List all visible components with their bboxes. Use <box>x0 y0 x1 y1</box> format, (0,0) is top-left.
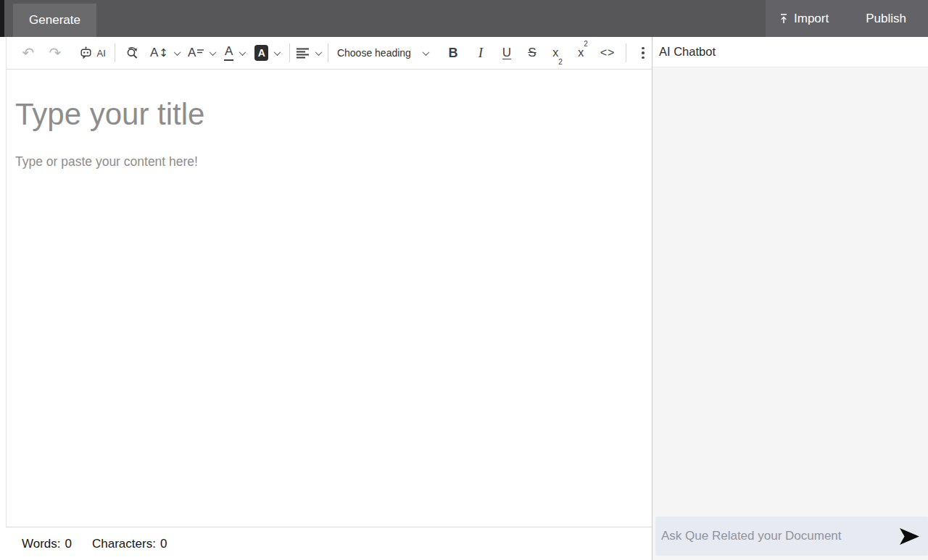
ai-chatbot-panel: AI Chatbot <box>652 37 928 560</box>
redo-icon: ↷ <box>49 46 62 60</box>
publish-button[interactable]: Publish <box>866 12 906 26</box>
superscript-base: x <box>578 46 584 59</box>
font-family-button[interactable]: A <box>188 41 215 64</box>
alignment-button[interactable] <box>297 41 320 64</box>
font-family-lines <box>197 49 204 57</box>
chevron-down-icon <box>173 49 181 56</box>
title-placeholder[interactable]: Type your title <box>15 96 637 133</box>
heading-dropdown[interactable]: Choose heading <box>337 47 428 59</box>
upload-icon <box>779 13 789 25</box>
chevron-down-icon <box>315 49 323 56</box>
find-replace-button[interactable] <box>124 41 141 64</box>
toolbar-divider <box>626 43 626 62</box>
font-color-button[interactable]: A <box>225 41 244 64</box>
import-button[interactable]: Import <box>779 12 829 26</box>
find-replace-icon <box>125 45 141 61</box>
font-size-icon: A <box>150 46 158 60</box>
heading-dropdown-value: Choose heading <box>337 47 411 59</box>
toolbar-divider <box>328 43 328 62</box>
subscript-small: 2 <box>558 58 563 66</box>
underline-button[interactable]: U <box>498 41 515 64</box>
kebab-dot <box>642 47 645 50</box>
words-value: 0 <box>65 537 72 551</box>
characters-label: Characters: <box>92 537 156 551</box>
send-icon <box>898 527 921 546</box>
superscript-button[interactable]: x 2 <box>574 41 592 64</box>
undo-icon: ↶ <box>22 46 35 60</box>
character-count: Characters: 0 <box>92 537 167 551</box>
strikethrough-button[interactable]: S <box>523 41 541 64</box>
subscript-button[interactable]: x 2 <box>549 41 566 64</box>
chevron-down-icon <box>239 49 246 56</box>
generate-button[interactable]: Generate <box>13 4 96 37</box>
chatbot-title: AI Chatbot <box>659 45 716 59</box>
robot-icon <box>78 46 94 61</box>
status-bar: Words: 0 Characters: 0 <box>6 527 652 560</box>
background-color-icon: A <box>254 45 268 61</box>
document-editor-area[interactable]: Type your title Type or paste your conte… <box>6 70 652 527</box>
font-family-icon: A <box>188 46 196 60</box>
chatbot-header: AI Chatbot <box>652 37 928 67</box>
top-bar: Generate Import Publish <box>0 0 928 37</box>
chevron-down-icon <box>423 49 430 56</box>
subscript-base: x <box>552 46 558 59</box>
editor-toolbar: ↶ ↷ AI A ↕ <box>6 37 652 70</box>
ai-assistant-button[interactable]: AI <box>79 41 105 64</box>
bold-button[interactable]: B <box>444 41 462 64</box>
undo-button[interactable]: ↶ <box>20 41 37 64</box>
content-placeholder[interactable]: Type or paste your content here! <box>15 154 637 170</box>
redo-button[interactable]: ↷ <box>46 41 64 64</box>
ai-label: AI <box>97 48 106 59</box>
code-button[interactable]: <> <box>599 41 616 64</box>
kebab-dot <box>642 57 645 59</box>
font-size-arrows: ↕ <box>159 46 168 59</box>
font-size-button[interactable]: A ↕ <box>152 41 179 64</box>
words-label: Words: <box>22 537 61 551</box>
window-edge <box>0 0 4 37</box>
publish-label: Publish <box>866 12 906 26</box>
chat-question-input[interactable] <box>655 529 898 543</box>
word-count: Words: 0 <box>22 537 72 551</box>
more-options-button[interactable] <box>634 41 652 64</box>
chat-messages-area <box>652 67 928 517</box>
top-bar-actions: Import Publish <box>766 0 928 37</box>
toolbar-divider <box>115 43 115 62</box>
align-left-icon <box>297 48 310 59</box>
kebab-dot <box>642 51 645 54</box>
chevron-down-icon <box>274 49 281 56</box>
chevron-down-icon <box>210 49 217 56</box>
send-button[interactable] <box>898 527 921 546</box>
import-label: Import <box>794 12 829 26</box>
superscript-small: 2 <box>584 40 588 48</box>
background-color-button[interactable]: A <box>254 41 280 64</box>
characters-value: 0 <box>160 537 167 551</box>
toolbar-divider <box>289 43 290 62</box>
italic-button[interactable]: I <box>472 41 489 64</box>
chat-input-bar <box>655 517 928 556</box>
font-color-icon: A <box>224 45 233 61</box>
